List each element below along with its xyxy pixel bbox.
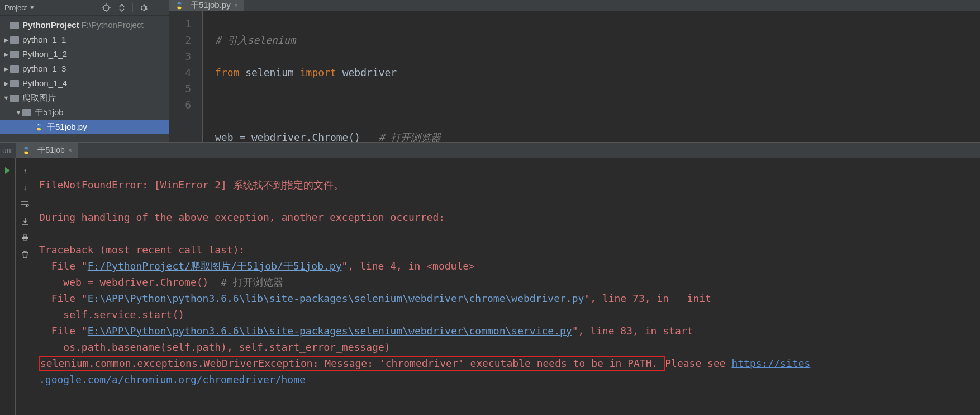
file-link[interactable]: E:\APP\Python\python3.6.6\lib\site-packa… xyxy=(88,325,572,337)
console-line: Please see xyxy=(665,357,731,369)
code-ident: webdriver xyxy=(342,67,397,78)
console-line: File " xyxy=(39,325,88,337)
tree-folder[interactable]: ▶ Python_1_4 xyxy=(0,76,169,91)
console-line: # 打开浏览器 xyxy=(221,276,283,288)
chevron-right-icon[interactable]: ▶ xyxy=(2,32,10,47)
line-number: 5 xyxy=(169,81,191,97)
project-tool-window: Project ▼ — PythonProject F:\PythonProje… xyxy=(0,0,169,142)
console-line: File " xyxy=(39,293,88,304)
run-tab-active[interactable]: 干51job × xyxy=(16,143,78,158)
folder-icon xyxy=(10,80,19,87)
console-line: self.service.start() xyxy=(39,309,184,320)
console-line: 系统找不到指定的文件。 xyxy=(233,179,344,191)
console-line: os.path.basename(self.path), self.start_… xyxy=(39,341,391,353)
scroll-to-end-icon[interactable] xyxy=(21,216,30,225)
folder-label: python_1_1 xyxy=(22,32,66,47)
svg-point-10 xyxy=(27,152,27,153)
console-line: File " xyxy=(39,260,88,272)
project-tree[interactable]: PythonProject F:\PythonProject ▶ python_… xyxy=(0,16,169,142)
line-number: 3 xyxy=(169,48,191,64)
svg-rect-12 xyxy=(23,235,27,237)
file-link[interactable]: E:\APP\Python\python3.6.6\lib\site-packa… xyxy=(88,293,584,304)
svg-point-0 xyxy=(103,5,109,11)
url-link[interactable]: .google.com/a/chromium.org/chromedriver/… xyxy=(39,374,306,385)
trash-icon[interactable] xyxy=(21,250,30,259)
code-keyword: from xyxy=(215,67,239,78)
console-output[interactable]: FileNotFoundError: [WinError 2] 系统找不到指定的… xyxy=(35,158,980,415)
folder-icon xyxy=(10,22,19,29)
run-tab-label: 干51job xyxy=(37,145,64,155)
console-line: web = webdriver.Chrome() xyxy=(39,276,221,288)
arrow-up-icon[interactable]: ↑ xyxy=(21,166,30,175)
close-icon[interactable]: × xyxy=(234,1,239,10)
folder-label: Python_1_2 xyxy=(22,47,67,62)
soft-wrap-icon[interactable] xyxy=(21,200,30,209)
console-line: ", line 4, in <module> xyxy=(342,260,475,272)
code-keyword: import xyxy=(300,67,336,78)
chevron-right-icon[interactable]: ▶ xyxy=(2,76,10,91)
console-line: ", line 83, in start xyxy=(572,325,693,337)
expand-all-icon[interactable] xyxy=(117,3,127,13)
line-number: 6 xyxy=(169,97,191,113)
run-gutter-secondary: ↑ ↓ xyxy=(16,158,35,415)
chevron-down-icon[interactable]: ▼ xyxy=(15,105,22,120)
arrow-down-icon[interactable]: ↓ xyxy=(21,183,30,192)
project-selector[interactable]: Project ▼ xyxy=(4,3,97,12)
tree-folder[interactable]: ▼ 干51job xyxy=(0,105,169,120)
run-gutter-primary xyxy=(0,158,16,415)
svg-point-6 xyxy=(40,129,40,130)
project-title: Project xyxy=(4,3,27,12)
python-file-icon xyxy=(22,146,31,155)
chevron-right-icon[interactable]: ▶ xyxy=(2,62,10,76)
folder-icon xyxy=(10,95,19,102)
line-number: 2 xyxy=(169,32,191,48)
run-label: un: xyxy=(0,146,16,155)
hide-icon[interactable]: — xyxy=(154,3,164,13)
run-tool-window: un: 干51job × ↑ ↓ FileNotFoundError: [Win… xyxy=(0,142,980,415)
folder-label: 干51job xyxy=(35,105,64,120)
chevron-down-icon[interactable]: ▼ xyxy=(2,91,10,105)
python-file-icon xyxy=(35,122,44,131)
folder-label: Python_1_4 xyxy=(22,76,67,91)
play-icon[interactable] xyxy=(3,166,12,175)
code-ident: selenium xyxy=(245,67,294,78)
svg-point-8 xyxy=(180,7,180,8)
gear-icon[interactable] xyxy=(139,3,149,13)
folder-icon xyxy=(10,51,19,58)
separator xyxy=(132,3,133,12)
tree-folder[interactable]: ▶ python_1_3 xyxy=(0,62,169,76)
close-icon[interactable]: × xyxy=(68,146,73,154)
svg-rect-13 xyxy=(23,239,27,240)
tree-file-selected[interactable]: 干51job.py xyxy=(0,120,169,134)
code-comment: # 引入selenium xyxy=(215,34,296,46)
folder-label: 爬取图片 xyxy=(22,91,56,105)
folder-icon xyxy=(22,109,31,116)
root-name: PythonProject xyxy=(22,18,79,32)
project-header: Project ▼ — xyxy=(0,0,169,16)
highlighted-error: selenium.common.exceptions.WebDriverExce… xyxy=(39,356,665,371)
console-line: FileNotFoundError: [WinError 2] xyxy=(39,179,233,191)
tree-root[interactable]: PythonProject F:\PythonProject xyxy=(0,18,169,32)
line-number: 4 xyxy=(169,64,191,81)
svg-point-5 xyxy=(38,124,39,125)
editor-tab-active[interactable]: 干51job.py × xyxy=(169,0,244,11)
svg-point-7 xyxy=(178,2,179,3)
line-number: 1 xyxy=(169,16,191,32)
console-line: Traceback (most recent call last): xyxy=(39,244,245,256)
folder-icon xyxy=(10,36,19,44)
tree-folder[interactable]: ▶ python_1_1 xyxy=(0,32,169,47)
editor-tabs: 干51job.py × xyxy=(169,0,980,11)
tree-folder[interactable]: ▼ 爬取图片 xyxy=(0,91,169,105)
svg-point-9 xyxy=(25,147,26,148)
print-icon[interactable] xyxy=(21,233,30,242)
file-label: 干51job.py xyxy=(47,120,87,134)
folder-label: python_1_3 xyxy=(22,62,66,76)
python-file-icon xyxy=(175,1,184,10)
chevron-down-icon: ▼ xyxy=(29,4,35,11)
file-link[interactable]: F:/PythonProject/爬取图片/干51job/干51job.py xyxy=(88,260,342,272)
target-icon[interactable] xyxy=(101,3,111,13)
console-line: During handling of the above exception, … xyxy=(39,211,445,223)
chevron-right-icon[interactable]: ▶ xyxy=(2,47,10,62)
url-link[interactable]: https://sites xyxy=(731,357,810,369)
tree-folder[interactable]: ▶ Python_1_2 xyxy=(0,47,169,62)
